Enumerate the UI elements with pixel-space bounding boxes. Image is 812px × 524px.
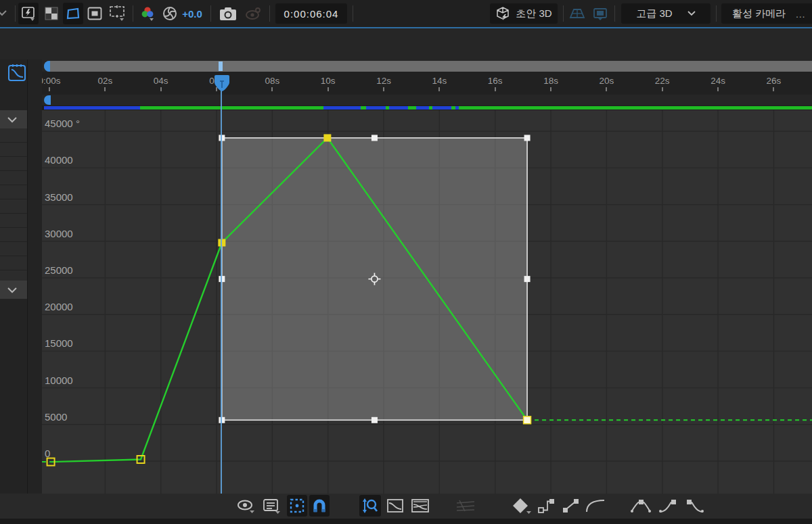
panel-divider[interactable] bbox=[27, 59, 28, 494]
navigator-playhead-tick bbox=[219, 62, 223, 71]
navigator-start-handle[interactable] bbox=[44, 61, 50, 72]
view-dropdown[interactable]: 활성 카메라 … bbox=[721, 3, 812, 24]
cache-segment-blue bbox=[323, 106, 361, 110]
extended-viewer-button[interactable] bbox=[590, 3, 610, 24]
crop-region-button[interactable] bbox=[107, 3, 129, 24]
region-of-interest-button[interactable] bbox=[85, 3, 104, 24]
ease-out-button[interactable] bbox=[682, 495, 706, 517]
selection-handle[interactable] bbox=[371, 135, 378, 141]
y-axis-label: 20000 bbox=[45, 301, 73, 312]
fast-previews-button[interactable] bbox=[18, 3, 39, 24]
hold-interpolation-button[interactable] bbox=[536, 495, 559, 517]
ruler-time-label: 24s bbox=[694, 76, 742, 86]
edit-keyframes-button[interactable] bbox=[510, 495, 533, 517]
ruler-time-label: 16s bbox=[472, 76, 519, 86]
renderer-dropdown[interactable]: 고급 3D bbox=[621, 3, 710, 24]
selection-handle[interactable] bbox=[524, 276, 531, 282]
graph-editor-canvas[interactable]: 0500010000150002000025000300003500040000… bbox=[42, 110, 812, 494]
ruler-time-label: 14s bbox=[415, 76, 463, 86]
auto-zoom-icon bbox=[361, 498, 379, 514]
ruler-tick bbox=[383, 87, 384, 91]
easy-ease-icon bbox=[629, 497, 652, 515]
ruler-tick bbox=[495, 87, 496, 91]
show-properties-button[interactable] bbox=[235, 495, 257, 517]
panel-background bbox=[0, 28, 812, 59]
exposure-value-text: +0.0 bbox=[182, 8, 202, 20]
toolbar-separator bbox=[716, 5, 717, 22]
fit-all-icon bbox=[410, 498, 430, 514]
cache-indicator-bar bbox=[0, 105, 812, 110]
graph-options-button[interactable] bbox=[261, 495, 283, 517]
ease-out-icon bbox=[683, 497, 705, 515]
composition-toolbar: +0.0 0:00:06:04 초안 3D bbox=[0, 0, 812, 27]
ruler-tick bbox=[438, 87, 440, 91]
transparency-grid-button[interactable] bbox=[42, 3, 61, 24]
ease-in-icon bbox=[658, 497, 679, 515]
cache-segment-green bbox=[459, 106, 812, 110]
ruler-time-label: 26s bbox=[750, 76, 797, 86]
property-group-row[interactable] bbox=[0, 110, 27, 128]
fit-selection-icon bbox=[386, 498, 405, 514]
auto-zoom-button[interactable] bbox=[359, 495, 381, 517]
exposure-value[interactable]: +0.0 bbox=[180, 3, 204, 24]
mask-shape-visibility-button[interactable] bbox=[63, 3, 83, 24]
y-axis-label: 25000 bbox=[45, 264, 73, 276]
view-label: 활성 카메라 bbox=[732, 7, 786, 20]
toolbar-separator bbox=[15, 5, 16, 22]
ruler-tick bbox=[550, 87, 551, 91]
shutter-button[interactable] bbox=[160, 3, 180, 24]
transform-box-button[interactable] bbox=[287, 495, 307, 517]
channels-button[interactable] bbox=[137, 3, 158, 24]
y-axis-label: 40000 bbox=[45, 154, 73, 166]
cache-segment-blue bbox=[44, 106, 140, 110]
linear-icon bbox=[562, 497, 582, 515]
magnet-icon bbox=[311, 498, 328, 514]
property-group-row[interactable] bbox=[0, 281, 27, 299]
fit-all-graphs-button[interactable] bbox=[409, 495, 432, 517]
cache-segment-blue bbox=[432, 106, 451, 110]
ruler-tick bbox=[160, 87, 162, 91]
selection-handle[interactable] bbox=[371, 417, 378, 423]
graph-editor-toolbar bbox=[0, 494, 812, 519]
time-ruler[interactable]: 0:00s02s04s06s08s10s12s14s16s18s20s22s24… bbox=[0, 72, 812, 95]
ruler-tick bbox=[328, 87, 329, 91]
toolbar-separator bbox=[614, 5, 615, 22]
fit-selection-button[interactable] bbox=[384, 495, 406, 517]
auto-bezier-icon bbox=[585, 497, 606, 515]
ruler-time-label: 18s bbox=[527, 76, 574, 86]
snapshot-button[interactable] bbox=[217, 3, 240, 24]
playhead-line[interactable] bbox=[221, 82, 222, 494]
lightning-icon bbox=[20, 5, 37, 22]
ruler-time-label: 08s bbox=[248, 76, 296, 86]
ease-in-button[interactable] bbox=[656, 495, 681, 517]
scrollbar-start-handle[interactable] bbox=[44, 95, 51, 105]
selection-handle[interactable] bbox=[524, 135, 531, 141]
playhead-marker[interactable] bbox=[214, 74, 230, 93]
ruler-time-label: 04s bbox=[137, 76, 185, 86]
y-axis-label: 35000 bbox=[45, 191, 73, 203]
rect-in-rect-icon bbox=[87, 7, 102, 20]
view-more-text: … bbox=[795, 8, 805, 20]
keyframe-selected[interactable] bbox=[524, 416, 531, 424]
show-snapshot-button[interactable] bbox=[242, 3, 264, 24]
aperture-icon bbox=[162, 5, 178, 22]
cube-lightning-icon bbox=[495, 6, 512, 21]
separate-dimensions-button[interactable] bbox=[452, 495, 479, 517]
y-axis-label: 10000 bbox=[45, 375, 73, 386]
timecode-display[interactable]: 0:00:06:04 bbox=[275, 3, 347, 24]
ground-plane-button[interactable] bbox=[567, 3, 587, 24]
eye-icon bbox=[237, 498, 256, 514]
graph-options-icon bbox=[263, 498, 281, 514]
snap-button[interactable] bbox=[309, 495, 330, 517]
draft-3d-button[interactable]: 초안 3D bbox=[490, 3, 558, 24]
auto-bezier-button[interactable] bbox=[583, 495, 608, 517]
toolbar-separator bbox=[133, 5, 133, 22]
cache-segment-blue bbox=[416, 106, 429, 110]
hold-icon bbox=[537, 497, 558, 515]
timeline-navigator-bar[interactable] bbox=[44, 61, 812, 72]
value-graph[interactable]: 0500010000150002000025000300003500040000… bbox=[42, 110, 812, 494]
linear-interpolation-button[interactable] bbox=[560, 495, 583, 517]
easy-ease-button[interactable] bbox=[628, 495, 654, 517]
keyframe-diamond-icon bbox=[512, 497, 532, 515]
keyframe-selected[interactable] bbox=[323, 134, 331, 141]
